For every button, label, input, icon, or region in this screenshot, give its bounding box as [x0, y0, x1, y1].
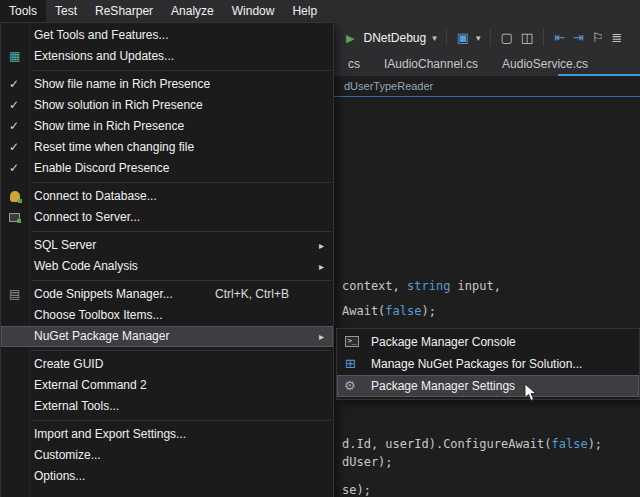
menu-item-label: Import and Export Settings... — [34, 427, 186, 441]
menu-item-web-code-analysis[interactable]: Web Code Analysis ▸ — [1, 256, 333, 277]
menu-separator — [31, 280, 331, 281]
vs-window: Tools Test ReSharper Analyze Window Help… — [0, 0, 640, 497]
menu-item-label: SQL Server — [34, 238, 96, 252]
menu-separator — [31, 231, 331, 232]
tab-iaudiochannel[interactable]: IAudioChannel.cs — [372, 53, 490, 76]
code-keyword: false — [552, 437, 588, 451]
menu-item-nuget-package-manager[interactable]: NuGet Package Manager ▸ — [1, 326, 333, 347]
code-line: dUser); — [342, 455, 393, 469]
check-icon: ✓ — [9, 137, 19, 158]
menu-item-connect-to-server[interactable]: Connect to Server... — [1, 207, 333, 228]
menu-item-label: Show time in Rich Presence — [34, 119, 184, 133]
code-text: Await( — [342, 304, 385, 318]
snippets-icon: ▤ — [9, 284, 20, 305]
menu-item-shortcut: Ctrl+K, Ctrl+B — [215, 284, 289, 305]
menu-item-label: Create GUID — [34, 357, 103, 371]
mouse-cursor — [524, 383, 537, 406]
chevron-down-icon[interactable]: ▾ — [432, 33, 437, 43]
code-line: d.Id, userId).ConfigureAwait(false); — [342, 437, 602, 451]
menu-item-label: Customize... — [34, 448, 101, 462]
code-keyword: string — [407, 279, 450, 293]
code-line: context, string input, — [342, 279, 501, 293]
menu-item-external-tools[interactable]: External Tools... — [1, 396, 333, 417]
menu-item-choose-toolbox-items[interactable]: Choose Toolbox Items... — [1, 305, 333, 326]
submenu-item-manage-nuget-packages-for-solution[interactable]: ⊞ Manage NuGet Packages for Solution... — [337, 353, 639, 375]
menubar-item-resharper[interactable]: ReSharper — [86, 0, 162, 22]
toolbar-separator — [446, 29, 447, 46]
menu-item-label: Choose Toolbox Items... — [34, 308, 163, 322]
menu-item-label: Extensions and Updates... — [34, 49, 174, 63]
menu-item-show-solution-in-rich-presence[interactable]: ✓ Show solution in Rich Presence — [1, 95, 333, 116]
menu-separator — [31, 350, 331, 351]
menu-item-label: Web Code Analysis — [34, 259, 138, 273]
menu-item-label: Show solution in Rich Presence — [34, 98, 203, 112]
menu-item-customize[interactable]: Customize... — [1, 445, 333, 466]
menu-item-label: Show file name in Rich Presence — [34, 77, 210, 91]
bookmark-icon[interactable]: ⚐ — [592, 28, 604, 48]
menu-item-label: Manage NuGet Packages for Solution... — [371, 357, 582, 371]
submenu-item-package-manager-settings[interactable]: ⚙ Package Manager Settings — [337, 375, 639, 397]
chevron-right-icon: ▸ — [319, 256, 324, 277]
indent-increase-icon[interactable]: ⇥ — [573, 28, 584, 48]
menu-bar: Tools Test ReSharper Analyze Window Help — [0, 0, 640, 22]
menu-item-reset-time-when-changing-file[interactable]: ✓ Reset time when changing file — [1, 137, 333, 158]
menu-item-import-and-export-settings[interactable]: Import and Export Settings... — [1, 424, 333, 445]
packages-icon: ⊞ — [345, 353, 356, 375]
menu-item-connect-to-database[interactable]: Connect to Database... — [1, 186, 333, 207]
debug-target-label[interactable]: DNetDebug — [363, 31, 426, 45]
menu-separator — [31, 420, 331, 421]
menu-item-label: Get Tools and Features... — [34, 28, 169, 42]
database-icon — [10, 191, 20, 202]
server-icon — [9, 213, 20, 222]
start-debug-icon[interactable]: ▶ — [346, 28, 354, 48]
task-list-icon[interactable]: ≣ — [612, 28, 623, 48]
breadcrumb[interactable]: dUserTypeReader — [344, 76, 433, 96]
menu-item-label: External Command 2 — [34, 378, 147, 392]
toolbar-separator — [490, 29, 491, 46]
menubar-item-window[interactable]: Window — [223, 0, 284, 22]
new-window-icon[interactable]: ▢ — [501, 28, 513, 48]
menu-item-show-time-in-rich-presence[interactable]: ✓ Show time in Rich Presence — [1, 116, 333, 137]
console-icon: >_ — [345, 336, 359, 347]
menu-item-external-command-2[interactable]: External Command 2 — [1, 375, 333, 396]
attach-icon[interactable]: ▣ — [457, 28, 469, 48]
check-icon: ✓ — [9, 116, 19, 137]
code-text: d.Id, userId).ConfigureAwait( — [342, 437, 552, 451]
menu-item-label: Connect to Server... — [34, 210, 140, 224]
menu-item-extensions-and-updates[interactable]: ▦ Extensions and Updates... — [1, 46, 333, 67]
tab-audioservice[interactable]: AudioService.cs — [490, 53, 600, 76]
menu-item-create-guid[interactable]: Create GUID — [1, 354, 333, 375]
menu-item-enable-discord-presence[interactable]: ✓ Enable Discord Presence — [1, 158, 333, 179]
indent-decrease-icon[interactable]: ⇤ — [554, 28, 565, 48]
menubar-item-test[interactable]: Test — [46, 0, 86, 22]
check-icon: ✓ — [9, 74, 19, 95]
submenu-item-package-manager-console[interactable]: >_ Package Manager Console — [337, 331, 639, 353]
tools-menu: Get Tools and Features... ▦ Extensions a… — [0, 22, 334, 497]
menu-item-code-snippets-manager[interactable]: ▤ Code Snippets Manager... Ctrl+K, Ctrl+… — [1, 284, 333, 305]
menu-item-label: Package Manager Settings — [371, 379, 515, 393]
chevron-right-icon: ▸ — [319, 326, 324, 347]
menu-item-sql-server[interactable]: SQL Server ▸ — [1, 235, 333, 256]
code-text: dUser); — [342, 455, 393, 469]
chevron-down-icon[interactable]: ▾ — [476, 33, 481, 43]
menu-separator — [31, 70, 331, 71]
split-window-icon[interactable]: ◫ — [521, 28, 533, 48]
tab-partial[interactable]: cs — [336, 53, 372, 76]
menu-item-label: External Tools... — [34, 399, 119, 413]
menubar-item-tools[interactable]: Tools — [0, 0, 46, 22]
menu-item-get-tools-and-features[interactable]: Get Tools and Features... — [1, 25, 333, 46]
menubar-item-help[interactable]: Help — [283, 0, 326, 22]
menu-item-label: Package Manager Console — [371, 335, 516, 349]
code-text: context, — [342, 279, 407, 293]
check-icon: ✓ — [9, 95, 19, 116]
code-keyword: false — [385, 304, 421, 318]
menu-item-show-file-name-in-rich-presence[interactable]: ✓ Show file name in Rich Presence — [1, 74, 333, 95]
menu-item-options[interactable]: Options... — [1, 466, 333, 487]
code-line: Await(false); — [342, 304, 436, 318]
menu-separator — [31, 182, 331, 183]
chevron-right-icon: ▸ — [319, 235, 324, 256]
menubar-item-analyze[interactable]: Analyze — [162, 0, 223, 22]
menu-item-label: NuGet Package Manager — [34, 329, 169, 343]
menu-item-label: Reset time when changing file — [34, 140, 194, 154]
menu-item-label: Connect to Database... — [34, 189, 157, 203]
